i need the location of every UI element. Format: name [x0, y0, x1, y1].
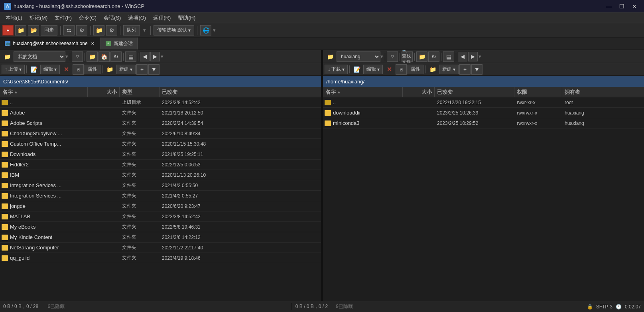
title-bar-left: W huaxiang - huaxiang@ssh.schoolresearch…	[4, 3, 144, 10]
left-col-type-header[interactable]: 类型	[120, 87, 160, 97]
right-delete-btn[interactable]: ✕	[384, 64, 395, 75]
left-file-row[interactable]: My Kindle Content文件夹2021/3/6 14:22:12	[0, 232, 321, 243]
left-col-size-header[interactable]: 大小	[88, 87, 120, 97]
left-file-row[interactable]: Fiddler2文件夹2022/12/5 0:06:53	[0, 160, 321, 170]
left-copy-btn[interactable]: ⎘	[73, 64, 84, 75]
left-file-row[interactable]: IBM文件夹2020/11/13 20:26:10	[0, 170, 321, 180]
tab-icon-main: 📺	[5, 41, 10, 46]
left-edit-button[interactable]: 编辑 ▾	[40, 65, 60, 74]
left-new-button[interactable]: 新建 ▾	[116, 65, 136, 74]
tab-new-session[interactable]: + 新建会话	[101, 38, 138, 49]
left-file-row[interactable]: Adobe文件夹2021/1/18 20:12:50	[0, 108, 321, 118]
right-col-owner-header[interactable]: 拥有者	[562, 87, 644, 97]
download-button[interactable]: ↓ 下载 ▾	[325, 65, 348, 74]
left-plus-btn[interactable]: +	[136, 64, 148, 75]
queue-button[interactable]: 队列	[123, 25, 140, 36]
toolbar-icon-arrows[interactable]: ⇆	[63, 25, 75, 36]
left-file-row[interactable]: Adobe Scripts文件夹2020/2/24 14:39:54	[0, 118, 321, 128]
tab-close-main[interactable]: ✕	[90, 41, 96, 46]
right-folder-new-btn[interactable]: 📁	[416, 51, 427, 62]
left-file-row[interactable]: Custom Office Temp...文件夹2020/11/15 15:30…	[0, 139, 321, 149]
upload-button[interactable]: ↑ 上传 ▾	[2, 65, 25, 74]
right-col-name-header[interactable]: 名字 ▲	[323, 87, 403, 97]
right-back-btn[interactable]: ◀	[458, 52, 467, 61]
toolbar-icon-folder[interactable]: 📁	[15, 25, 26, 36]
right-col-size-header[interactable]: 大小	[403, 87, 435, 97]
left-file-row[interactable]: MATLAB文件夹2023/3/8 14:52:42	[0, 211, 321, 222]
left-folder-new-btn[interactable]: 📁	[87, 51, 98, 62]
right-properties-button[interactable]: 属性	[408, 65, 423, 74]
left-upload-toolbar: ↑ 上传 ▾ 📝 编辑 ▾ ✕ ⎘ 属性 📁 新建 ▾ + ▼	[0, 63, 321, 76]
left-refresh-btn[interactable]: ↻	[110, 51, 122, 62]
right-edit-button[interactable]: 编辑 ▾	[363, 65, 383, 74]
sync-button[interactable]: 同步	[41, 25, 57, 36]
menu-local[interactable]: 本地(L)	[2, 14, 26, 22]
left-file-row[interactable]: NetSarang Computer文件夹2022/11/2 22:17:40	[0, 243, 321, 253]
menu-mark[interactable]: 标记(M)	[26, 14, 51, 22]
right-new-button[interactable]: 新建 ▾	[439, 65, 459, 74]
left-col-name-header[interactable]: 名字 ▲	[0, 87, 88, 97]
menu-help[interactable]: 帮助(H)	[175, 14, 199, 22]
toolbar-icon-globe[interactable]: 🌐	[200, 25, 211, 36]
right-filter-btn[interactable]: ▽	[387, 51, 398, 62]
right-compare-btn[interactable]: ▤	[443, 51, 454, 62]
left-file-list-container[interactable]: 名字 ▲ 大小 类型 已改变 ..上级目录2023/3/8 14:52:42Ad…	[0, 87, 321, 301]
right-file-row[interactable]: downloaddir2023/2/25 10:26:39rwxrwxr-xhu…	[323, 108, 644, 118]
menu-session[interactable]: 会话(S)	[100, 14, 124, 22]
left-col-date-header[interactable]: 已改变	[160, 87, 321, 97]
toolbar-icon-folder2[interactable]: 📂	[28, 25, 39, 36]
folder-icon	[2, 203, 8, 209]
left-compare-btn[interactable]: ▤	[125, 51, 136, 62]
right-col-perm-header[interactable]: 权限	[514, 87, 562, 97]
tab-label-main: huaxiang@ssh.schoolresearch.one	[13, 41, 88, 46]
right-down-btn[interactable]: ▼	[471, 64, 483, 75]
right-search-btn[interactable]: 🔍 查找文件	[402, 51, 413, 62]
left-file-row[interactable]: Downloads文件夹2021/8/25 19:25:11	[0, 149, 321, 160]
folder-icon	[2, 110, 8, 116]
restore-button[interactable]: ❐	[616, 2, 627, 11]
right-file-row[interactable]: miniconda32023/2/25 10:29:52rwxrwxr-xhua…	[323, 118, 644, 128]
left-file-row[interactable]: qq_guild文件夹2023/4/19 9:18:46	[0, 253, 321, 263]
left-file-row[interactable]: Integration Services ...文件夹2021/4/2 0:55…	[0, 191, 321, 201]
right-file-name: miniconda3	[323, 120, 403, 126]
folder-icon	[2, 193, 8, 199]
menu-remote[interactable]: 远程(R)	[150, 14, 174, 22]
left-file-row[interactable]: My eBooks文件夹2022/5/8 19:46:31	[0, 222, 321, 232]
left-down-btn[interactable]: ▼	[148, 64, 160, 75]
left-back-btn[interactable]: ◀	[140, 52, 150, 61]
minimize-button[interactable]: —	[603, 2, 614, 11]
left-properties-button[interactable]: 属性	[85, 65, 100, 74]
close-button[interactable]: ✕	[629, 2, 640, 11]
left-folder-home-btn[interactable]: 🏠	[98, 51, 110, 62]
right-plus-btn[interactable]: +	[459, 64, 471, 75]
left-file-row[interactable]: jongde文件夹2020/6/20 9:23:47	[0, 201, 321, 211]
toolbar-icon-red[interactable]: +	[2, 25, 14, 36]
menu-options[interactable]: 选项(O)	[125, 14, 149, 22]
left-file-row[interactable]: ChaoXingStudyNew ...文件夹2022/6/10 8:49:34	[0, 128, 321, 139]
right-refresh-btn[interactable]: ↻	[428, 51, 439, 62]
left-filter-btn[interactable]: ▽	[72, 51, 83, 62]
left-file-row[interactable]: ..上级目录2023/3/8 14:52:42	[0, 97, 321, 108]
time-label: 0:02:07	[625, 304, 641, 310]
left-location-combo[interactable]: 我的文档	[14, 51, 65, 62]
folder-icon	[2, 120, 8, 126]
tab-session-main[interactable]: 📺 huaxiang@ssh.schoolresearch.one ✕	[0, 38, 101, 49]
transfer-options-button[interactable]: 传输选项 默认 ▾	[154, 25, 194, 36]
right-copy-btn[interactable]: ⎘	[396, 64, 407, 75]
left-forward-btn[interactable]: ▶	[150, 52, 160, 61]
right-file-row[interactable]: ..2022/12/20 19:22:15rwxr-xr-xroot	[323, 97, 644, 108]
toolbar-icon-gear[interactable]: ⚙	[106, 25, 117, 36]
right-forward-btn[interactable]: ▶	[468, 52, 478, 61]
menu-command[interactable]: 命令(C)	[76, 14, 100, 22]
menu-file[interactable]: 文件(F)	[51, 14, 75, 22]
right-col-date-header[interactable]: 已改变	[435, 87, 514, 97]
left-new-folder-icon: 📁	[104, 64, 115, 75]
toolbar-icon-settings[interactable]: ⚙	[76, 25, 87, 36]
toolbar-icon-folder3[interactable]: 📁	[93, 25, 104, 36]
right-file-list-container[interactable]: 名字 ▲ 大小 已改变 权限 拥有者 ..2022/12/20 19:22:15…	[323, 87, 644, 301]
left-file-name: Adobe Scripts	[0, 120, 88, 126]
left-delete-btn[interactable]: ✕	[61, 64, 72, 75]
right-location-combo[interactable]: huaxiang	[337, 51, 380, 62]
left-file-row[interactable]: Integration Services ...文件夹2021/4/2 0:55…	[0, 180, 321, 191]
folder-icon	[2, 152, 8, 157]
